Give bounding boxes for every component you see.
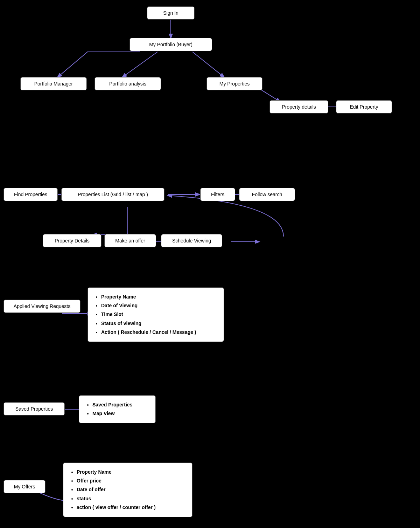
node-property-details-top: Property details — [270, 100, 328, 114]
node-properties-list: Properties List (Grid / list / map ) — [61, 188, 164, 201]
node-my-properties: My Properties — [206, 77, 262, 90]
node-my-offers-list: Property Name Offer price Date of offer … — [63, 462, 192, 517]
node-property-details-mid: Property Details — [43, 234, 102, 247]
node-signin: Sign In — [147, 6, 195, 20]
node-my-offers: My Offers — [4, 480, 46, 493]
node-follow-search: Follow search — [239, 188, 295, 201]
diagram: Sign In My Portfolio (Buyer) Portfolio M… — [0, 0, 420, 528]
node-make-offer: Make an offer — [104, 234, 156, 247]
node-portfolio-analysis: Portfolio analysis — [94, 77, 161, 90]
node-find-properties: Find Properties — [4, 188, 58, 201]
node-schedule-viewing: Schedule Viewing — [161, 234, 222, 247]
node-applied-viewing: Applied Viewing Requests — [4, 300, 80, 313]
node-portfolio-manager: Portfolio Manager — [20, 77, 87, 90]
node-filters: Filters — [200, 188, 235, 201]
node-saved-properties: Saved Properties — [4, 402, 65, 416]
node-portfolio: My Portfolio (Buyer) — [130, 38, 212, 51]
node-applied-viewing-list: Property Name Date of Viewing Time Slot … — [88, 287, 224, 342]
node-saved-properties-list: Saved Properties Map View — [79, 395, 156, 423]
node-edit-property: Edit Property — [336, 100, 392, 114]
